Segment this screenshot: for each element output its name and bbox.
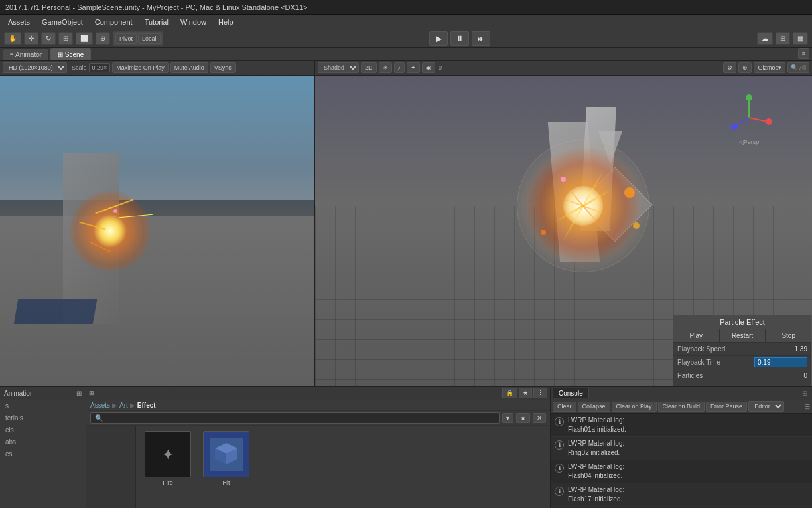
- play-icon: ▶: [436, 34, 442, 43]
- visibility-btn[interactable]: ◉: [422, 62, 435, 73]
- menu-assets[interactable]: Assets: [3, 17, 35, 27]
- scene-view: Shaded 2D ☀ ♪ ✦ ◉ 0 ⚙ ⊕ Gizmos ▾ 🔍 All: [315, 61, 812, 386]
- assets-filter-btn[interactable]: ▾: [502, 413, 513, 423]
- anim-item-es[interactable]: es: [0, 448, 86, 460]
- anim-item-els[interactable]: els: [0, 424, 86, 436]
- main-content: ≡ Animator ⊞ Scene ≡ HD (1920×1080) Scal…: [0, 48, 812, 508]
- mute-audio-btn[interactable]: Mute Audio: [170, 62, 208, 73]
- rect-tool[interactable]: ⬜: [76, 32, 93, 45]
- menu-help[interactable]: Help: [213, 17, 239, 27]
- tab-scene[interactable]: ⊞ Scene: [50, 48, 91, 60]
- scale-label: Scale: [72, 64, 87, 71]
- lighting-btn[interactable]: ☀: [379, 62, 392, 73]
- assets-search-close-btn[interactable]: ✕: [533, 413, 546, 423]
- audio-btn[interactable]: ♪: [394, 62, 405, 73]
- assets-side-panel: [86, 426, 136, 508]
- sky-bg: [0, 76, 314, 200]
- tab-animator[interactable]: ≡ Animator: [3, 48, 49, 60]
- breadcrumb-sep-2: ▶: [130, 402, 135, 409]
- game-view-toolbar: HD (1920×1080) Scale 0.29× Maximize On P…: [0, 61, 314, 76]
- menu-component[interactable]: Component: [90, 17, 138, 27]
- particle-restart-btn[interactable]: Restart: [720, 329, 766, 342]
- asset-fire[interactable]: ✦ Fire: [141, 431, 194, 503]
- multi-tool[interactable]: ⊕: [96, 32, 110, 45]
- asset-hit[interactable]: Hit: [200, 431, 253, 503]
- pivot-local-group: Pivot Local: [113, 31, 163, 46]
- console-tab[interactable]: Console: [553, 388, 589, 398]
- layout-button[interactable]: ▦: [793, 32, 808, 45]
- shading-dropdown[interactable]: Shaded: [318, 62, 359, 73]
- speed-range-value: 0.0 - 0.0: [768, 385, 807, 386]
- fog-count: 0: [439, 64, 442, 71]
- panel-collapse-button[interactable]: ≡: [798, 48, 809, 59]
- gizmos-label: Gizmos: [758, 64, 778, 71]
- breadcrumb-sep-1: ▶: [112, 402, 117, 409]
- ember-3: [541, 230, 546, 235]
- console-collapse-btn[interactable]: ⊞: [800, 388, 809, 398]
- effects-btn[interactable]: ✦: [407, 62, 420, 73]
- assets-star-btn[interactable]: ★: [519, 388, 532, 398]
- menu-gameobject[interactable]: GameObject: [36, 17, 88, 27]
- hand-tool[interactable]: ✋: [4, 32, 21, 45]
- clear-on-build-btn[interactable]: Clear on Build: [658, 402, 705, 412]
- log-icon-0: ℹ: [555, 417, 564, 426]
- vsync-btn[interactable]: VSync: [210, 62, 236, 73]
- local-button[interactable]: Local: [138, 33, 161, 44]
- asset-hit-thumb: [203, 431, 249, 477]
- hit-icon-svg: [210, 438, 243, 471]
- particle-stop-btn[interactable]: Stop: [766, 329, 811, 342]
- console-panel: Console ⊞ Clear Collapse Clear on Play C…: [551, 387, 812, 508]
- pause-button[interactable]: ⏸: [450, 31, 469, 46]
- anim-item-s[interactable]: s: [0, 400, 86, 412]
- clear-on-play-btn[interactable]: Clear on Play: [612, 402, 657, 412]
- pivot-button[interactable]: Pivot: [115, 33, 137, 44]
- playback-time-label: Playback Time: [677, 359, 754, 366]
- maximize-on-play-btn[interactable]: Maximize On Play: [112, 62, 169, 73]
- play-button[interactable]: ▶: [429, 31, 448, 46]
- move-tool[interactable]: ✛: [24, 32, 38, 45]
- menu-tutorial[interactable]: Tutorial: [139, 17, 174, 27]
- particle-play-btn[interactable]: Play: [673, 329, 720, 342]
- svg-point-10: [731, 124, 738, 130]
- step-button[interactable]: ⏭: [472, 31, 490, 46]
- resolution-dropdown[interactable]: HD (1920×1080): [3, 62, 67, 73]
- scene-tab-label: ⊞ Scene: [58, 51, 84, 58]
- assets-kebab-btn[interactable]: ⋮: [533, 388, 547, 398]
- scale-tool[interactable]: ⊞: [58, 32, 73, 45]
- breadcrumb-art[interactable]: Art: [119, 402, 128, 409]
- persp-text: ◁Persp: [739, 139, 760, 145]
- anim-item-abs[interactable]: abs: [0, 436, 86, 448]
- error-pause-btn[interactable]: Error Pause: [706, 402, 747, 412]
- anim-item-materials[interactable]: terials: [0, 412, 86, 424]
- menu-window[interactable]: Window: [175, 17, 212, 27]
- playback-time-input[interactable]: [754, 357, 807, 367]
- editor-dropdown[interactable]: Editor: [748, 401, 784, 412]
- gizmos-btn[interactable]: Gizmos ▾: [754, 62, 785, 73]
- animator-tab-label: ≡ Animator: [10, 51, 42, 58]
- scene-settings-btn[interactable]: ⚙: [723, 62, 736, 73]
- log-entry-3[interactable]: ℹ LWRP Material log: Flash17 initialized…: [551, 483, 812, 507]
- log-text-1: LWRP Material log: Ring02 initialized.: [568, 439, 624, 458]
- log-entry-1[interactable]: ℹ LWRP Material log: Ring02 initialized.: [551, 437, 812, 460]
- animation-panel-header: Animation ⊞: [0, 387, 86, 400]
- 2d-toggle[interactable]: 2D: [361, 62, 377, 73]
- log-icon-1: ℹ: [555, 440, 564, 450]
- assets-lock-btn[interactable]: 🔒: [502, 388, 517, 398]
- clear-btn[interactable]: Clear: [553, 402, 576, 412]
- log-entry-2[interactable]: ℹ LWRP Material log: Flash04 initialized…: [551, 460, 812, 483]
- account-button[interactable]: ☁: [757, 32, 773, 45]
- scene-more-btn[interactable]: ⊕: [738, 62, 752, 73]
- assets-search-input[interactable]: [90, 412, 500, 424]
- scale-value: 0.29×: [89, 63, 111, 72]
- collapse-btn[interactable]: Collapse: [578, 402, 610, 412]
- breadcrumb-assets[interactable]: Assets: [90, 402, 110, 409]
- breadcrumb-effect: Effect: [137, 402, 156, 409]
- rotate-tool[interactable]: ↻: [41, 32, 56, 45]
- log-entry-0[interactable]: ℹ LWRP Material log: Flash01a initialize…: [551, 414, 812, 437]
- layers-button[interactable]: ⊞: [776, 32, 790, 45]
- scene-search-box[interactable]: 🔍 All: [787, 62, 809, 73]
- console-collapse-right-btn[interactable]: ⊟: [804, 402, 810, 411]
- asset-hit-label: Hit: [223, 479, 230, 486]
- assets-star-filter-btn[interactable]: ★: [516, 413, 530, 423]
- scene-gizmo-container: Y X Z ◁Persp: [726, 94, 772, 145]
